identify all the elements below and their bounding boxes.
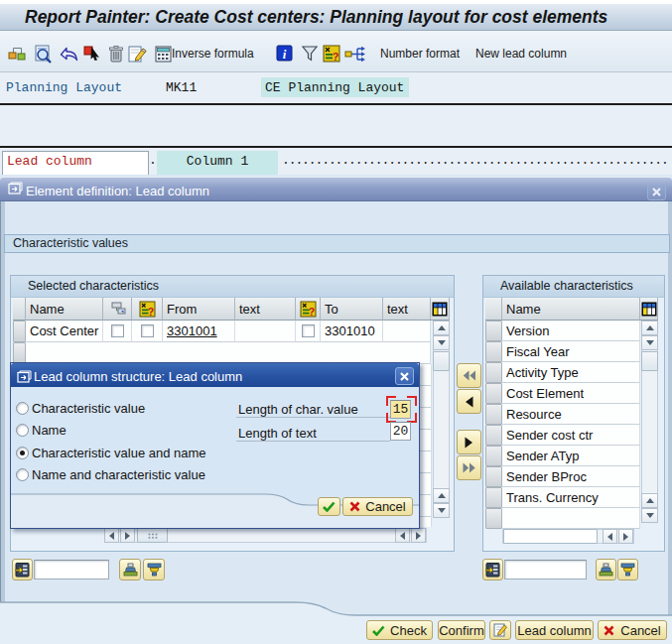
move-right-button[interactable]	[457, 430, 481, 454]
radio-label-characteristic-value-and-name[interactable]: Characteristic value and name	[32, 446, 206, 460]
available-row[interactable]: Fiscal Year	[502, 341, 640, 362]
available-vscrollbar-thumb[interactable]	[641, 351, 658, 371]
available-scroll-right-button[interactable]	[618, 529, 633, 544]
available-row-selector[interactable]	[485, 341, 502, 362]
edit-icon[interactable]	[127, 45, 148, 64]
radio-label-name[interactable]: Name	[32, 423, 67, 438]
structure-icon[interactable]	[7, 45, 27, 63]
select-element-icon[interactable]	[82, 45, 102, 64]
available-empty-row[interactable]	[502, 508, 640, 529]
info-icon[interactable]: i	[276, 45, 294, 63]
selected-col-to[interactable]: To	[321, 298, 383, 321]
available-table-settings[interactable]	[640, 298, 658, 321]
selected-sort-descending-button[interactable]	[143, 559, 165, 580]
radio-characteristic-value[interactable]	[16, 402, 29, 415]
calculator-icon[interactable]	[154, 45, 174, 64]
edit-element-button[interactable]	[489, 620, 511, 640]
selected-scroll-up-button-bottom[interactable]	[433, 488, 450, 503]
selected-scroll-left-button[interactable]	[104, 528, 119, 543]
selected-row-to-cell[interactable]: 3301010	[321, 321, 383, 342]
selected-row-text2-cell[interactable]	[383, 321, 431, 342]
selected-scroll-down-button-bottom[interactable]	[433, 503, 450, 518]
available-row[interactable]: Activity Type	[502, 362, 640, 383]
selected-col-setvalues-to[interactable]: ?	[296, 298, 321, 321]
available-hscrollbar-thumb[interactable]	[503, 529, 598, 544]
structure-dialog-close-button[interactable]	[395, 367, 414, 385]
radio-label-name-and-characteristic-value[interactable]: Name and characteristic value	[32, 467, 205, 482]
selected-scroll-left-button-right[interactable]	[395, 528, 410, 543]
selected-row-name[interactable]: Cost Center	[26, 321, 103, 342]
available-scroll-left-button[interactable]	[603, 529, 617, 544]
selected-col-text1[interactable]: text	[235, 298, 296, 321]
characteristic-values-tab[interactable]: Characteristic values	[4, 234, 670, 253]
number-format-button[interactable]: Number format	[380, 47, 460, 61]
available-scroll-up-button[interactable]	[641, 321, 658, 335]
selected-col-text2[interactable]: text	[383, 298, 431, 321]
selected-position-input[interactable]	[34, 560, 109, 580]
selected-empty-row[interactable]	[26, 342, 431, 364]
available-scroll-down-button[interactable]	[641, 335, 658, 350]
radio-label-characteristic-value[interactable]: Characteristic value	[32, 401, 145, 416]
selected-row-from-cell[interactable]: 3301001	[163, 321, 235, 342]
delete-icon[interactable]	[107, 45, 125, 64]
structure-dialog-titlebar[interactable]: Lead column structure: Lead column	[11, 363, 419, 387]
available-row[interactable]: Resource	[502, 404, 640, 425]
available-row[interactable]: Version	[502, 321, 640, 341]
hierarchy-checkbox[interactable]	[111, 324, 124, 337]
selected-hscrollbar-thumb[interactable]	[137, 528, 168, 543]
available-row-selector[interactable]	[485, 487, 502, 508]
selected-position-button[interactable]	[12, 559, 33, 580]
available-row-selector[interactable]	[485, 466, 502, 487]
lead-column-button[interactable]: Lead column	[515, 620, 594, 640]
available-position-input[interactable]	[504, 560, 587, 580]
structure-cancel-button[interactable]: Cancel	[342, 497, 413, 516]
cancel-button[interactable]: Cancel	[598, 620, 667, 640]
selected-scroll-down-button[interactable]	[433, 335, 450, 350]
confirm-button[interactable]: Confirm	[438, 620, 485, 640]
selected-row-text1-cell[interactable]	[235, 321, 296, 342]
set-values-icon[interactable]: ?	[323, 45, 340, 63]
filter-icon[interactable]	[301, 45, 319, 63]
available-row[interactable]: Trans. Currency	[502, 487, 640, 508]
move-all-right-button[interactable]	[457, 455, 481, 480]
available-row-selector[interactable]	[485, 508, 502, 529]
selected-scroll-right-button[interactable]	[120, 528, 135, 543]
selected-col-name[interactable]: Name	[26, 298, 103, 321]
move-left-button[interactable]	[457, 389, 481, 414]
element-definition-titlebar[interactable]: Element definition: Lead column	[0, 177, 672, 201]
move-all-left-button[interactable]	[457, 363, 481, 388]
selected-sort-ascending-button[interactable]	[119, 559, 141, 580]
structure-confirm-button[interactable]	[318, 497, 340, 516]
available-row[interactable]: Cost Element	[502, 383, 640, 404]
available-row-selector[interactable]	[485, 321, 502, 341]
available-row-selector[interactable]	[485, 404, 502, 425]
radio-characteristic-value-and-name[interactable]	[16, 447, 29, 459]
column1-cell[interactable]: Column 1	[157, 151, 278, 175]
available-row[interactable]: Sender cost ctr	[502, 425, 640, 446]
available-row[interactable]: Sender BProc	[502, 466, 640, 487]
radio-name[interactable]	[16, 424, 29, 437]
selected-vscrollbar-thumb[interactable]	[433, 351, 450, 371]
available-scroll-up-button-bottom[interactable]	[641, 493, 658, 508]
check-button[interactable]: Check	[366, 620, 433, 640]
new-lead-column-button[interactable]: New lead column	[475, 47, 567, 61]
available-row[interactable]: Sender ATyp	[502, 446, 640, 466]
lead-column-cell[interactable]: Lead column	[2, 151, 149, 177]
length-text-input[interactable]: 20	[390, 422, 411, 441]
selected-col-setvalues-from[interactable]: ?	[132, 298, 163, 321]
available-row-selector[interactable]	[485, 383, 502, 404]
set-values-from-checkbox[interactable]	[141, 324, 154, 337]
selected-scroll-up-button[interactable]	[433, 321, 450, 335]
radio-name-and-characteristic-value[interactable]	[16, 468, 29, 481]
available-position-button[interactable]	[482, 559, 503, 580]
available-sort-ascending-button[interactable]	[596, 559, 616, 580]
where-used-icon[interactable]	[344, 45, 365, 63]
inverse-formula-button[interactable]: Inverse formula	[172, 47, 254, 61]
available-row-selector[interactable]	[485, 362, 502, 383]
available-scroll-down-button-bottom[interactable]	[641, 508, 658, 523]
available-row-selector[interactable]	[485, 425, 502, 446]
available-col-name[interactable]: Name	[502, 298, 640, 321]
available-sort-descending-button[interactable]	[617, 559, 638, 580]
selected-scroll-right-button-right[interactable]	[411, 528, 426, 543]
display-check-icon[interactable]	[33, 45, 54, 64]
